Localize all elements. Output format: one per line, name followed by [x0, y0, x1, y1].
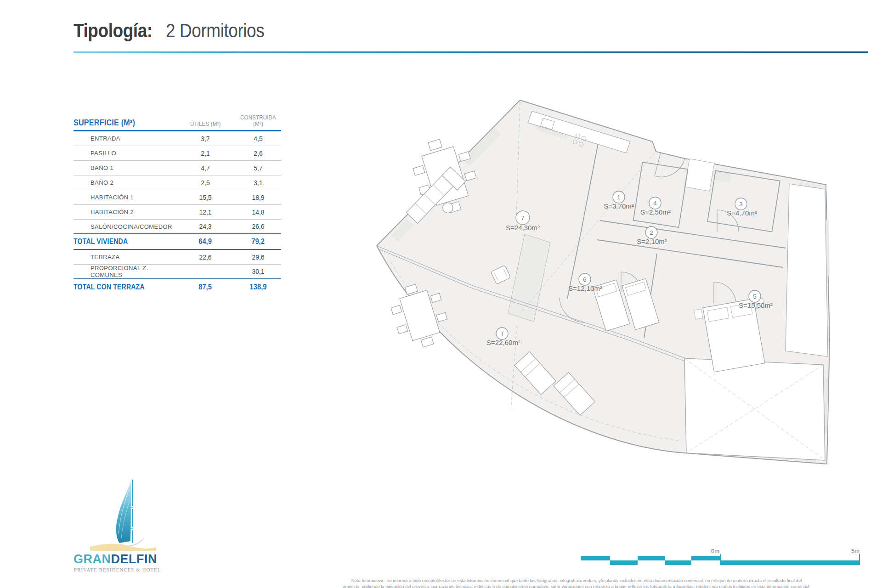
row-construida: 2,6 — [235, 150, 281, 157]
table-row: PASILLO 2,1 2,6 — [74, 146, 281, 161]
scale-segment — [720, 560, 860, 565]
row-label: PROPORCIONAL Z. COMUNES — [74, 265, 175, 278]
row-utiles: 3,7 — [175, 135, 235, 142]
brand-tagline: PRIVATE RESIDENCES & HOTEL — [74, 567, 161, 572]
table-row: ENTRADA 3,7 4,5 — [74, 131, 281, 146]
row-construida: 29,6 — [235, 254, 281, 261]
row-label: BAÑO 1 — [74, 164, 175, 171]
row-construida: 18,9 — [235, 194, 281, 201]
svg-text:2: 2 — [650, 229, 653, 236]
svg-text:7: 7 — [521, 215, 525, 221]
row-construida: 30,1 — [235, 268, 281, 275]
surface-table-header: SUPERFICIE (M²) ÚTILES (M²) CONSTRUIDA (… — [74, 116, 281, 131]
row-utiles: 24,3 — [175, 223, 235, 230]
table-row: PROPORCIONAL Z. COMUNES 30,1 — [74, 265, 281, 279]
legal-note-line1: Nota Informativa.- se informa a todo rec… — [276, 578, 877, 584]
svg-text:S=4,70m²: S=4,70m² — [727, 209, 757, 217]
row-label: HABITACIÓN 1 — [74, 194, 175, 201]
total-construida: 138,9 — [250, 283, 267, 291]
page-title-rest: 2 Dormitorios — [166, 19, 264, 42]
floor-plan-drawing: 1 S=3,70m² 2 S=2,10m² 3 S=4,70m² 4 S=2,5… — [363, 83, 831, 469]
row-utiles: 2,1 — [175, 150, 235, 157]
row-construida: 5,7 — [235, 164, 281, 172]
elevator-shaft — [684, 358, 825, 460]
table-row: BAÑO 1 4,7 5,7 — [74, 161, 281, 175]
svg-text:4: 4 — [653, 200, 657, 207]
total-utiles: 64,9 — [199, 237, 212, 246]
total-label: TOTAL CON TERRAZA — [74, 283, 145, 291]
floorplan-sheet: Tipología: 2 Dormitorios SUPERFICIE (M²)… — [0, 0, 882, 588]
row-label: BAÑO 2 — [74, 179, 175, 186]
title-underline — [74, 51, 868, 53]
row-construida: 3,1 — [235, 179, 281, 187]
scale-start-label: 0m — [711, 548, 719, 554]
scale-tick — [859, 554, 860, 561]
surface-table: SUPERFICIE (M²) ÚTILES (M²) CONSTRUIDA (… — [74, 116, 281, 295]
table-row: BAÑO 2 2,5 3,1 — [74, 175, 281, 190]
row-utiles: 12,1 — [175, 209, 235, 216]
col-header-superficie: SUPERFICIE (M²) — [74, 118, 135, 128]
table-row-total-terraza: TOTAL CON TERRAZA 87,5 138,9 — [74, 279, 281, 295]
row-construida: 26,6 — [235, 223, 281, 230]
row-utiles: 22,6 — [175, 254, 235, 261]
row-label: SALÓN/COCINA/COMEDOR — [74, 223, 175, 230]
courtyard-notch — [684, 159, 714, 192]
table-row-total-vivienda: TOTAL VIVIENDA 64,9 79,2 — [74, 234, 281, 250]
scale-segment — [581, 556, 610, 560]
svg-text:6: 6 — [583, 276, 587, 283]
table-row: TERRAZA 22,6 29,6 — [74, 250, 281, 265]
page-title: Tipología: 2 Dormitorios — [74, 19, 280, 42]
table-row: HABITACIÓN 2 12,1 14,8 — [74, 205, 281, 220]
row-construida: 4,5 — [235, 135, 281, 142]
brand-name-gran: GRAN — [74, 552, 111, 566]
scale-end-label: 5m — [851, 548, 859, 554]
svg-text:3: 3 — [739, 201, 743, 208]
svg-text:1: 1 — [617, 194, 621, 201]
common-corridor — [786, 184, 828, 356]
total-label: TOTAL VIVIENDA — [74, 237, 128, 246]
row-utiles: 2,5 — [175, 179, 235, 187]
legal-note: Nota Informativa.- se informa a todo rec… — [276, 578, 877, 588]
brand-logo: GRANDELFIN PRIVATE RESIDENCES & HOTEL — [74, 479, 175, 580]
scale-bar: 0m 5m — [581, 548, 861, 569]
table-row: SALÓN/COCINA/COMEDOR 24,3 26,6 — [74, 220, 281, 234]
scale-segment — [665, 560, 691, 565]
scale-segment — [638, 556, 665, 560]
legal-note-line2: proyecto, pudiendo la ejecución del proy… — [276, 584, 877, 588]
svg-text:5: 5 — [753, 293, 757, 300]
total-utiles: 87,5 — [199, 283, 212, 291]
svg-text:T: T — [500, 330, 504, 337]
svg-text:S=12,10m²: S=12,10m² — [568, 284, 602, 292]
sailboat-icon — [86, 479, 160, 551]
row-utiles: 4,7 — [175, 164, 235, 172]
scale-segment — [691, 556, 720, 560]
row-label: HABITACIÓN 2 — [74, 209, 175, 215]
page-title-bold: Tipología: — [74, 19, 153, 42]
brand-name-delfin: DELFIN — [111, 552, 158, 566]
svg-text:S=3,70m²: S=3,70m² — [604, 202, 633, 210]
total-construida: 79,2 — [252, 237, 265, 246]
brand-name: GRANDELFIN — [74, 552, 157, 566]
col-header-construida: CONSTRUIDA (M²) — [237, 114, 279, 127]
row-construida: 14,8 — [235, 209, 281, 216]
row-label: PASILLO — [74, 150, 175, 157]
scale-segment — [610, 560, 638, 565]
row-utiles: 15,5 — [175, 194, 235, 201]
scale-tick — [720, 554, 721, 561]
row-label: ENTRADA — [74, 135, 175, 142]
svg-text:S=22,60m²: S=22,60m² — [486, 339, 520, 346]
svg-text:S=15,50m²: S=15,50m² — [739, 301, 773, 309]
col-header-utiles: ÚTILES (M²) — [190, 121, 221, 127]
svg-text:S=2,50m²: S=2,50m² — [640, 208, 670, 216]
row-label: TERRAZA — [74, 254, 175, 260]
svg-text:S=24,30m²: S=24,30m² — [506, 224, 540, 232]
svg-text:S=2,10m²: S=2,10m² — [637, 237, 667, 245]
table-row: HABITACIÓN 1 15,5 18,9 — [74, 190, 281, 205]
